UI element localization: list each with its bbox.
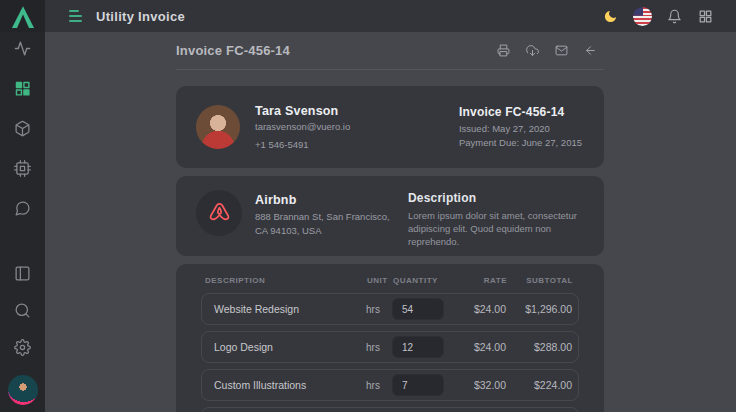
item-rate: $24.00 xyxy=(444,341,506,353)
invoice-issued-date: Issued: May 27, 2020 xyxy=(459,122,582,136)
customer-phone: +1 546-5491 xyxy=(255,139,350,150)
settings-icon[interactable] xyxy=(14,338,32,356)
table-row: Custom Illustrations hrs $32.00 $224.00 xyxy=(201,369,579,401)
dashboard-grid-icon[interactable] xyxy=(14,79,32,97)
apps-grid-icon[interactable] xyxy=(697,8,714,25)
printer-icon[interactable] xyxy=(496,44,510,58)
invoice-details: Invoice FC-456-14 Issued: May 27, 2020 P… xyxy=(459,105,584,150)
quantity-input[interactable] xyxy=(392,298,444,320)
item-subtotal: $224.00 xyxy=(506,379,572,391)
table-header-row: DESCRIPTION UNIT QUANTITY RATE SUBTOTAL xyxy=(201,264,579,293)
table-row: Website Redesign hrs $24.00 $1,296.00 xyxy=(201,293,579,325)
description-text: Lorem ipsum dolor sit amet, consectetur … xyxy=(408,209,584,248)
search-icon[interactable] xyxy=(14,301,32,319)
item-description: Logo Design xyxy=(214,341,366,353)
chat-icon[interactable] xyxy=(14,199,32,217)
icon-sidebar xyxy=(0,0,45,412)
customer-name: Tara Svenson xyxy=(255,104,350,118)
page-title: Utility Invoice xyxy=(96,9,185,24)
panel-icon[interactable] xyxy=(14,264,32,282)
invoice-header: Invoice FC-456-14 xyxy=(176,32,604,70)
customer-card: Tara Svenson tarasvenson@vuero.io +1 546… xyxy=(176,86,604,168)
item-unit: hrs xyxy=(366,380,392,391)
vuero-logo[interactable] xyxy=(0,0,45,32)
item-description: Custom Illustrations xyxy=(214,379,366,391)
item-unit: hrs xyxy=(366,304,392,315)
quantity-input[interactable] xyxy=(392,336,444,358)
table-row-partial xyxy=(201,407,579,412)
item-subtotal: $1,296.00 xyxy=(506,303,572,315)
top-navbar: Utility Invoice xyxy=(45,0,736,32)
invoice-number-title: Invoice FC-456-14 xyxy=(176,43,290,58)
bell-icon[interactable] xyxy=(666,8,683,25)
content-area: Invoice FC-456-14 xyxy=(45,32,736,412)
company-address: 888 Brannan St, San Francisco, CA 94103,… xyxy=(255,210,390,237)
cpu-icon[interactable] xyxy=(14,159,32,177)
box-icon[interactable] xyxy=(14,119,32,137)
app-window: Utility Invoice Invoice FC-456-14 xyxy=(0,0,736,412)
item-rate: $24.00 xyxy=(444,303,506,315)
table-row: Logo Design hrs $24.00 $288.00 xyxy=(201,331,579,363)
sidebar-top-items xyxy=(14,39,32,217)
quantity-input[interactable] xyxy=(392,374,444,396)
item-subtotal: $288.00 xyxy=(506,341,572,353)
col-header-description: DESCRIPTION xyxy=(205,276,367,285)
invoice-number: Invoice FC-456-14 xyxy=(459,105,582,119)
line-items-card: DESCRIPTION UNIT QUANTITY RATE SUBTOTAL … xyxy=(176,264,604,412)
arrow-left-icon[interactable] xyxy=(583,44,597,58)
company-card: Airbnb 888 Brannan St, San Francisco, CA… xyxy=(176,176,604,256)
activity-icon[interactable] xyxy=(14,39,32,57)
col-header-rate: RATE xyxy=(445,276,507,285)
us-flag-icon[interactable] xyxy=(633,7,652,26)
col-header-subtotal: SUBTOTAL xyxy=(507,276,573,285)
item-description: Website Redesign xyxy=(214,303,366,315)
envelope-icon[interactable] xyxy=(554,44,568,58)
menu-icon[interactable] xyxy=(69,10,82,22)
item-rate: $32.00 xyxy=(444,379,506,391)
col-header-unit: UNIT xyxy=(367,276,393,285)
description-heading: Description xyxy=(408,191,584,205)
moon-icon[interactable] xyxy=(602,8,619,25)
user-avatar[interactable] xyxy=(8,375,38,405)
customer-avatar[interactable] xyxy=(196,105,240,149)
airbnb-logo-icon xyxy=(196,190,242,236)
item-unit: hrs xyxy=(366,342,392,353)
sidebar-bottom-items xyxy=(8,264,38,412)
main-area: Utility Invoice Invoice FC-456-14 xyxy=(45,0,736,412)
company-name: Airbnb xyxy=(255,193,390,207)
invoice-due-date: Payment Due: June 27, 2015 xyxy=(459,136,582,150)
customer-email: tarasvenson@vuero.io xyxy=(255,121,350,132)
col-header-quantity: QUANTITY xyxy=(393,276,445,285)
cloud-download-icon[interactable] xyxy=(525,44,539,58)
